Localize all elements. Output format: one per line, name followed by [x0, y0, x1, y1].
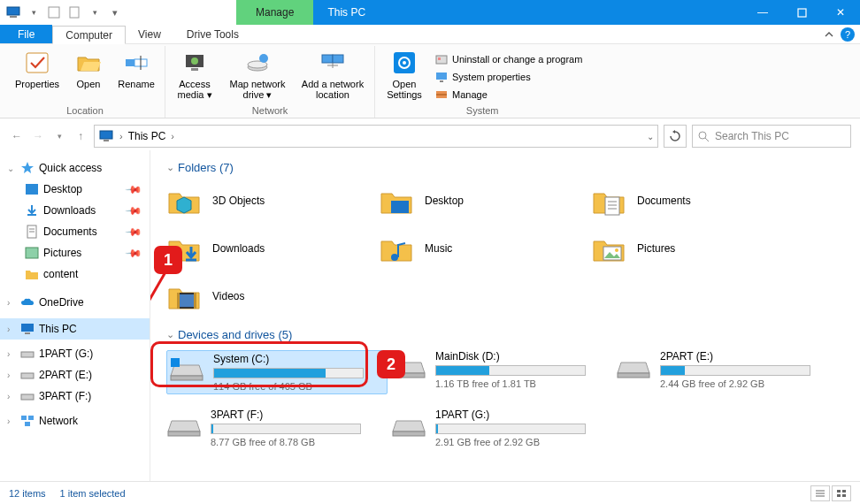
nav-content[interactable]: content	[0, 263, 150, 285]
drive-item[interactable]: MainDisk (D:)1.16 TB free of 1.81 TB	[391, 350, 612, 394]
nav-quick-access[interactable]: ⌄Quick access	[0, 157, 150, 179]
address-bar[interactable]: › This PC › ⌄	[94, 125, 658, 148]
svg-rect-38	[21, 324, 34, 332]
forward-button[interactable]: →	[30, 128, 46, 144]
folder-item[interactable]: Documents	[591, 183, 803, 218]
drive-icon	[616, 350, 651, 380]
file-tab[interactable]: File	[0, 25, 52, 43]
open-settings-button[interactable]: Open Settings	[382, 50, 426, 100]
address-dropdown[interactable]: ⌄	[647, 132, 654, 141]
drive-usage-bar	[435, 424, 586, 434]
maximize-button[interactable]	[782, 0, 821, 25]
access-media-button[interactable]: Access media ▾	[173, 50, 217, 100]
window-controls: — ✕	[743, 0, 860, 25]
nav-desktop[interactable]: Desktop📌	[0, 179, 150, 200]
location-group-label: Location	[12, 105, 157, 118]
folder-item[interactable]: Videos	[166, 279, 379, 314]
uninstall-button[interactable]: Uninstall or change a program	[435, 51, 582, 67]
up-button[interactable]: ↑	[73, 128, 88, 144]
folder-item[interactable]: Pictures	[591, 231, 803, 266]
folder-icon	[379, 185, 414, 217]
nav-part-g[interactable]: ›1PART (G:)	[0, 343, 150, 364]
svg-line-31	[705, 138, 709, 141]
qat-icon-doc[interactable]	[65, 3, 84, 22]
details-view-button[interactable]	[810, 485, 830, 501]
collapse-ribbon-button[interactable]	[823, 28, 835, 41]
qat-dropdown-2[interactable]: ▾	[85, 3, 104, 22]
nav-onedrive[interactable]: ›OneDrive	[0, 292, 150, 313]
ribbon: Properties Open Rename Location Access m…	[0, 44, 860, 118]
svg-rect-23	[438, 57, 441, 60]
manage-context-tab[interactable]: Manage	[236, 0, 313, 25]
checkmark-icon	[24, 50, 50, 76]
svg-rect-44	[28, 416, 34, 420]
svg-rect-29	[104, 140, 109, 141]
drive-item[interactable]: 2PART (E:)2.44 GB free of 2.92 GB	[616, 350, 837, 394]
desktop-icon	[25, 182, 39, 196]
recent-dropdown[interactable]: ▾	[51, 128, 67, 144]
drive-item[interactable]: 3PART (F:)8.77 GB free of 8.78 GB	[166, 409, 388, 447]
folder-item[interactable]: Desktop	[379, 183, 591, 218]
properties-button[interactable]: Properties	[12, 50, 62, 89]
back-button[interactable]: ←	[9, 128, 25, 144]
minimize-button[interactable]: —	[743, 0, 782, 25]
map-drive-button[interactable]: Map network drive ▾	[226, 50, 289, 100]
svg-rect-45	[25, 422, 30, 426]
search-box[interactable]: Search This PC	[692, 125, 851, 148]
folder-name: Documents	[637, 195, 691, 207]
nav-documents[interactable]: Documents📌	[0, 221, 150, 242]
view-tab[interactable]: View	[126, 25, 174, 43]
folder-icon	[591, 185, 626, 217]
svg-rect-3	[70, 7, 79, 18]
nav-downloads[interactable]: Downloads📌	[0, 200, 150, 221]
drive-item[interactable]: 1PART (G:)2.91 GB free of 2.92 GB	[391, 409, 612, 447]
help-button[interactable]: ?	[841, 27, 855, 42]
drives-section-header[interactable]: ⌄Devices and drives (5)	[166, 328, 844, 341]
add-location-label: Add a network location	[298, 79, 367, 100]
folder-item[interactable]: Music	[379, 231, 591, 266]
drive-tools-tab[interactable]: Drive Tools	[174, 25, 252, 43]
item-count: 12 items	[9, 488, 46, 499]
nav-pictures[interactable]: Pictures📌	[0, 242, 150, 263]
folders-section-header[interactable]: ⌄Folders (7)	[166, 161, 844, 174]
pin-icon: 📌	[125, 180, 143, 199]
svg-rect-32	[26, 184, 38, 195]
svg-rect-47	[605, 197, 619, 215]
computer-tab[interactable]: Computer	[52, 26, 126, 44]
nav-network[interactable]: ›Network	[0, 410, 150, 431]
folder-open-icon	[75, 50, 102, 76]
svg-rect-28	[100, 131, 112, 139]
folder-item[interactable]: 3D Objects	[166, 183, 379, 218]
folder-name: Music	[425, 242, 452, 255]
drive-free-text: 2.91 GB free of 2.92 GB	[435, 437, 612, 447]
svg-rect-0	[7, 7, 19, 15]
add-network-location-button[interactable]: Add a network location	[298, 50, 367, 100]
manage-button[interactable]: Manage	[435, 87, 582, 103]
folder-item[interactable]: Downloads	[166, 231, 379, 266]
nav-this-pc[interactable]: ›This PC	[0, 318, 150, 340]
close-button[interactable]: ✕	[821, 0, 860, 25]
content-pane: ⌄Folders (7) 3D ObjectsDesktopDocumentsD…	[150, 150, 860, 481]
media-icon	[181, 50, 208, 76]
icons-view-button[interactable]	[832, 485, 851, 501]
nav-part-f[interactable]: ›3PART (F:)	[0, 386, 150, 407]
system-properties-button[interactable]: System properties	[435, 69, 582, 85]
rename-label: Rename	[118, 79, 155, 89]
refresh-button[interactable]	[664, 125, 687, 148]
address-row: ← → ▾ ↑ › This PC › ⌄ Search This PC	[0, 122, 860, 150]
open-button[interactable]: Open	[71, 50, 106, 89]
rename-button[interactable]: Rename	[115, 50, 157, 89]
qat-icon-pc[interactable]	[4, 3, 23, 22]
svg-rect-37	[26, 248, 38, 258]
drive-name: 3PART (F:)	[211, 409, 388, 421]
qat-overflow[interactable]: ▾	[105, 3, 125, 22]
settings-gear-icon	[391, 50, 418, 76]
access-media-label: Access media ▾	[173, 79, 217, 100]
qat-dropdown-1[interactable]: ▾	[24, 3, 43, 22]
svg-rect-22	[436, 56, 447, 64]
ribbon-group-network: Access media ▾ Map network drive ▾ Add a…	[165, 46, 375, 118]
svg-rect-41	[21, 373, 34, 378]
drive-icon	[391, 409, 426, 439]
nav-part-e[interactable]: ›2PART (E:)	[0, 364, 150, 386]
qat-icon-check[interactable]	[44, 3, 64, 22]
